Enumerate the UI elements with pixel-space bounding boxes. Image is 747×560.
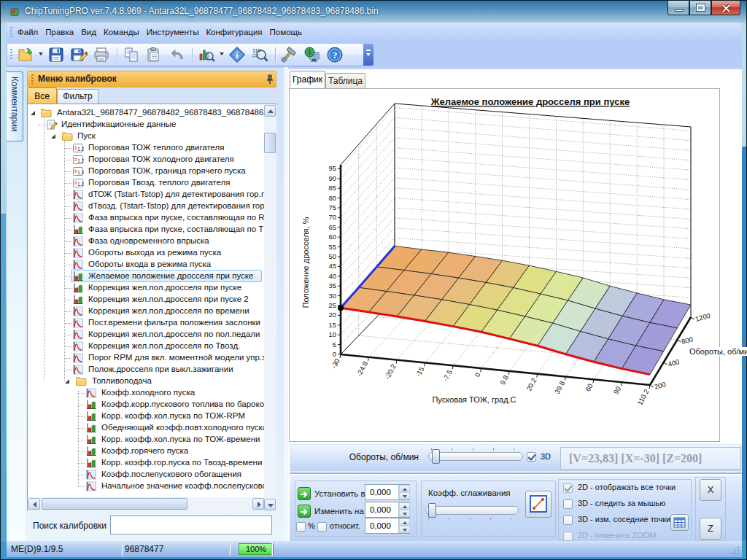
tree-item[interactable]: Фаза одновременного впрыска <box>28 236 264 247</box>
tab-table[interactable]: Таблица <box>325 73 365 88</box>
option-checkbox-0[interactable] <box>563 483 573 493</box>
tree-item[interactable]: Желаемое положение дросселя при пуске <box>28 271 264 282</box>
tree-horizontal-scrollbar[interactable] <box>28 497 264 510</box>
tab-filter[interactable]: Фильтр <box>57 89 98 104</box>
tree-item[interactable]: Начальное значение коэфф.послепусково <box>28 481 264 492</box>
pin-icon[interactable] <box>265 74 275 85</box>
copy-button[interactable] <box>122 45 141 64</box>
smoothing-slider[interactable] <box>425 506 519 515</box>
chart-zoom-button[interactable] <box>197 45 216 64</box>
set-button[interactable] <box>298 487 311 500</box>
surface-chart[interactable]: 05101520253035404550556065707580859095-3… <box>289 88 720 442</box>
menu-1[interactable]: Правка <box>42 23 77 42</box>
tree-item[interactable]: Обороты входа в режима пуска <box>28 259 264 271</box>
undo-button[interactable] <box>167 45 186 64</box>
tree-item[interactable]: Пуск <box>28 131 264 142</box>
tree-item[interactable]: 1.2Пороговая ТОЖ холодного двигателя <box>28 154 264 166</box>
toolbar-grip[interactable] <box>10 49 12 61</box>
tree-item[interactable]: Порог RPM для вкл. моментной модели упр.… <box>28 352 264 364</box>
tree-item[interactable]: Коррекция жел.пол.дросселя по времени <box>28 306 264 317</box>
tree-item[interactable]: Коррекция жел.пол.дросселя по Твозд. <box>28 341 264 352</box>
tree-item[interactable]: 1.2Пороговая ТОЖ теплого двигателя <box>28 142 264 154</box>
rpm-strip: Обороты, об/мин 3D [V=23,83] [X=-30] [Z=… <box>290 444 742 472</box>
save-button[interactable] <box>47 45 66 64</box>
tree-item[interactable]: Полож.дросселя при выкл.зажигании <box>28 364 264 376</box>
tree-item[interactable]: dТвозд. (Tstart-Tstop) для детектировани… <box>28 201 264 212</box>
resize-grip[interactable] <box>731 546 740 555</box>
interpolation-button[interactable] <box>525 491 551 518</box>
tree-item[interactable]: Корр. коэфф.хол.пуска по ТОЖ-времени <box>28 434 264 446</box>
3d-checkbox[interactable] <box>527 452 536 462</box>
tree-item[interactable]: Коэфф.корр.пускового топлива по бароко <box>28 399 264 411</box>
tab-all[interactable]: Все <box>27 88 57 104</box>
tree-item[interactable]: Обедняющий коэфф.повт.холодного пуска <box>28 422 264 434</box>
tree-item[interactable]: dТОЖ (Tstart-Tstop) для детектирования г… <box>28 189 264 201</box>
calibration-panel-header[interactable]: Меню калибровок <box>27 71 276 88</box>
relative-label: относит. <box>330 521 360 530</box>
rpm-slider[interactable] <box>428 452 523 461</box>
relative-spinner[interactable]: 0,000 <box>365 518 410 534</box>
svg-text:20: 20 <box>328 311 336 319</box>
menu-6[interactable]: Помощь <box>266 23 306 42</box>
option-checkbox-3[interactable] <box>563 532 573 541</box>
tools-button[interactable] <box>280 45 299 64</box>
x-axis-button[interactable]: X <box>700 479 721 501</box>
tree-item[interactable]: Пост.времени фильтра положения заслонки <box>28 317 264 329</box>
tree-item[interactable]: Коэфф.холодного пуска <box>28 387 264 399</box>
minimize-button[interactable] <box>667 1 689 15</box>
percent-checkbox[interactable] <box>296 522 306 532</box>
menubar-grip[interactable] <box>10 27 12 38</box>
paste-button[interactable] <box>144 45 163 64</box>
open-file-dropdown-arrow[interactable] <box>39 52 43 55</box>
tree-item[interactable]: Коэфф.горячего пуска <box>28 446 264 457</box>
toolbar-overflow-button[interactable] <box>363 44 374 66</box>
svg-text:9.8: 9.8 <box>498 374 510 386</box>
search-input[interactable] <box>110 516 272 534</box>
3d-checkbox-label: 3D <box>541 452 551 461</box>
smoothing-slider-thumb[interactable] <box>428 503 436 518</box>
tree-item[interactable]: Коррекция жел.пол.дросселя по пол.педали <box>28 329 264 341</box>
tree-item[interactable]: 1.2Пороговая Твозд. теплого двигателя <box>28 177 264 189</box>
menu-4[interactable]: Инструменты <box>143 23 203 42</box>
menu-3[interactable]: Команды <box>100 23 143 42</box>
tree-item[interactable]: Фаза впрыска при пуске, составляющая по … <box>28 212 264 224</box>
tab-chart[interactable]: График <box>290 71 325 88</box>
open-file-button[interactable] <box>16 45 35 64</box>
option-checkbox-2[interactable] <box>563 516 573 525</box>
change-spinner[interactable]: 0,000 <box>365 502 410 518</box>
svg-text:95: 95 <box>328 164 336 172</box>
tree-item[interactable]: Antara32L_96878477_96878482_96878483_968… <box>28 107 264 119</box>
help-button[interactable]: ? <box>325 45 344 64</box>
z-axis-button[interactable]: Z <box>700 518 721 540</box>
comments-tab[interactable]: Комментарии <box>7 71 23 141</box>
tree-vertical-scrollbar[interactable] <box>264 105 276 510</box>
print-button[interactable] <box>92 45 111 64</box>
close-button[interactable] <box>711 1 740 15</box>
chart-zoom-dropdown-arrow[interactable] <box>220 52 224 55</box>
menu-0[interactable]: Файл <box>14 23 42 42</box>
save-edit-button[interactable] <box>69 45 88 64</box>
tree-item[interactable]: Корр. коэфф.хол.пуска по ТОЖ-RPM <box>28 411 264 422</box>
tree-item[interactable]: Коррекция жел.пол.дросселя при пуске <box>28 282 264 294</box>
menu-2[interactable]: Вид <box>77 23 100 42</box>
tree-item[interactable]: Фаза впрыска при пуске, составляющая по … <box>28 224 264 236</box>
tree-item[interactable]: Корр. коэфф.гор.пуска по Твозд-времени <box>28 457 264 469</box>
change-button[interactable] <box>298 505 311 518</box>
relative-checkbox[interactable] <box>317 522 327 532</box>
svg-text:-30: -30 <box>330 357 341 370</box>
maximize-button[interactable] <box>689 1 711 15</box>
rpm-slider-thumb[interactable] <box>432 449 440 464</box>
tree-item[interactable]: Обороты выхода из режима пуска <box>28 247 264 259</box>
tree-item[interactable]: Идентификационные данные <box>28 119 264 131</box>
grid-edit-button[interactable] <box>670 514 689 531</box>
text-zoom-button[interactable]: 110 <box>250 45 269 64</box>
tree-item[interactable]: 1.2Пороговая ТОЖ, граница горячего пуска <box>28 166 264 177</box>
tree-item[interactable]: Коррекция жел.пол.дросселя при пуске 2 <box>28 294 264 306</box>
info-button[interactable]: i <box>228 45 247 64</box>
tree-item[interactable]: Коэфф.послепускового обогащения <box>28 469 264 481</box>
option-checkbox-1[interactable] <box>563 499 573 509</box>
tree-item[interactable]: Топливоподача <box>28 376 264 387</box>
globe-button[interactable] <box>303 45 322 64</box>
set-spinner[interactable]: 0,000 <box>365 484 410 500</box>
menu-5[interactable]: Конфигурация <box>202 23 266 42</box>
